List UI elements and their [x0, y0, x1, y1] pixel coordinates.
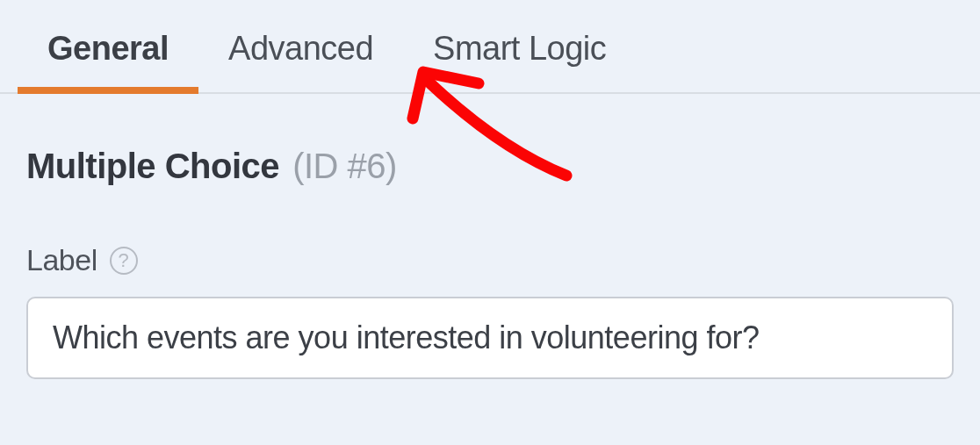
- label-input[interactable]: [26, 297, 954, 379]
- help-icon[interactable]: ?: [110, 247, 138, 275]
- tab-general[interactable]: General: [18, 18, 198, 92]
- content-area: Multiple Choice (ID #6) Label ?: [0, 94, 980, 406]
- section-id: [284, 147, 293, 185]
- tab-smart-logic[interactable]: Smart Logic: [403, 18, 636, 92]
- tab-advanced[interactable]: Advanced: [198, 18, 403, 92]
- tabs-container: General Advanced Smart Logic: [0, 0, 980, 94]
- label-field-group: Label ?: [26, 243, 954, 379]
- field-label-row: Label ?: [26, 243, 954, 277]
- field-label-text: Label: [26, 243, 97, 277]
- section-header: Multiple Choice (ID #6): [26, 147, 954, 186]
- section-title: Multiple Choice: [26, 147, 279, 185]
- section-id-value: (ID #6): [292, 147, 397, 185]
